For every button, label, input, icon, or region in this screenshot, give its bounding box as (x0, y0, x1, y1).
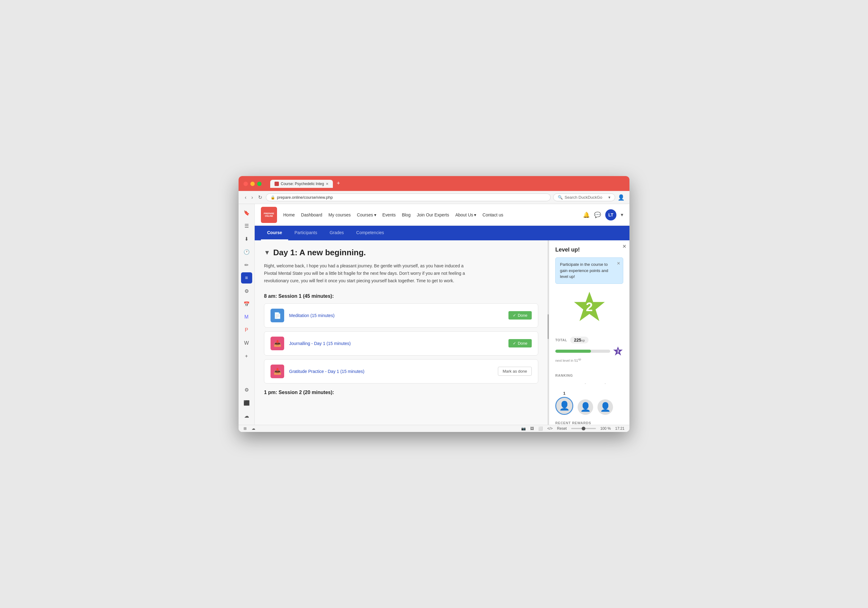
activity-link-journalling[interactable]: Journalling - Day 1 (15 minutes) (289, 341, 504, 346)
ranking-avatar-1: 👤 (555, 397, 573, 415)
nav-join-experts[interactable]: Join Our Experts (417, 212, 449, 218)
sidebar-list-icon[interactable]: ≡ (241, 272, 252, 283)
new-tab-button[interactable]: + (334, 180, 343, 187)
statusbar-cloud-icon[interactable]: ☁ (251, 426, 255, 431)
course-tabs: Course Participants Grades Competencies (255, 226, 629, 240)
activity-link-meditation[interactable]: Meditation (15 minutes) (289, 313, 504, 318)
level-up-section: Level up! Participate in the course to g… (549, 240, 629, 337)
tab-competencies[interactable]: Competencies (350, 226, 390, 240)
done-button-journalling[interactable]: ✓ Done (508, 339, 532, 347)
sidebar-dock-icon[interactable]: ⬛ (241, 398, 252, 409)
statusbar-screenshot-icon[interactable]: 📷 (521, 426, 526, 431)
nav-home[interactable]: Home (283, 212, 295, 218)
url-text: prepare.online/course/view.php (277, 195, 333, 200)
statusbar-time: 17:21 (615, 426, 625, 431)
sidebar-tools-icon[interactable]: ⚙ (241, 285, 252, 297)
statusbar-image-icon[interactable]: 🖼 (530, 426, 534, 431)
search-dropdown-icon: ▾ (608, 195, 611, 200)
done-button-meditation[interactable]: ✓ Done (508, 311, 532, 320)
ranking-dash-1: - (585, 381, 586, 386)
ranking-player-1: 1 👤 (555, 391, 573, 415)
recent-rewards-label: RECENT REWARDS (555, 421, 623, 425)
tab-participants[interactable]: Participants (288, 226, 323, 240)
activity-icon-meditation: 📄 (271, 309, 284, 322)
nav-courses[interactable]: Courses ▾ (357, 212, 376, 218)
sidebar-add-icon[interactable]: + (241, 351, 252, 362)
nav-dashboard[interactable]: Dashboard (301, 212, 322, 218)
xp-section: TOTAL 225xp (549, 337, 629, 373)
site-header: PREPARE ONLINE Home Dashboard My courses… (255, 204, 629, 226)
zoom-slider[interactable] (571, 428, 596, 429)
sidebar-settings-icon[interactable]: ⚙ (241, 384, 252, 396)
ranking-avatar-2: 👤 (578, 399, 593, 415)
next-level-number: 3 (617, 349, 619, 353)
tooltip-close-icon[interactable]: ✕ (617, 260, 620, 267)
sidebar-reader-icon[interactable]: ☰ (241, 220, 252, 231)
collapse-icon[interactable]: ▼ (264, 249, 270, 256)
nav-about-us[interactable]: About Us ▾ (456, 212, 476, 218)
maximize-button[interactable] (257, 182, 262, 186)
sidebar-mastodon-icon[interactable]: M (241, 311, 252, 323)
sidebar-wikipedia-icon[interactable]: W (241, 337, 252, 349)
ranking-position-1: 1 (563, 391, 565, 396)
course-content: ▼ Day 1: A new beginning. Right, welcome… (255, 240, 547, 425)
sidebar-calendar-icon[interactable]: 📅 (241, 299, 252, 309)
tab-close-icon[interactable]: ✕ (326, 182, 329, 186)
session2-title: 1 pm: Session 2 (20 minutes): (264, 390, 538, 395)
activity-card-gratitude: 📥 Gratitude Practice - Day 1 (15 minutes… (264, 359, 538, 384)
xp-bar-fill (555, 350, 591, 353)
level-number: 2 (586, 300, 592, 314)
user-dropdown-icon[interactable]: ▾ (621, 212, 623, 218)
user-icon[interactable]: 👤 (618, 194, 625, 201)
xp-bar (555, 350, 610, 353)
statusbar-tabs-icon[interactable]: ⊞ (243, 426, 246, 431)
ranking-player-2: - 👤 (578, 381, 593, 415)
nav-my-courses[interactable]: My courses (329, 212, 351, 218)
sidebar-history-icon[interactable]: 🕐 (241, 246, 252, 257)
zoom-percent: 100 % (600, 426, 611, 431)
address-field[interactable]: 🔒 prepare.online/course/view.php (266, 193, 551, 201)
search-placeholder: Search DuckDuckGo (564, 195, 602, 200)
active-tab[interactable]: Course: Psychedelic Integ ✕ (270, 180, 333, 188)
user-avatar[interactable]: LT (605, 209, 617, 221)
nav-blog[interactable]: Blog (402, 212, 411, 218)
sidebar-edit-icon[interactable]: ✏ (241, 259, 252, 271)
content-area: PREPARE ONLINE Home Dashboard My courses… (255, 204, 629, 425)
day-title: ▼ Day 1: A new beginning. (264, 248, 538, 257)
zoom-reset-button[interactable]: Reset (557, 426, 567, 431)
mark-done-button-gratitude[interactable]: Mark as done (498, 367, 532, 376)
ranking-player-3: - 👤 (597, 381, 613, 415)
ranking-section: RANKING 1 👤 - 👤 (549, 373, 629, 421)
star-badge: 2 (555, 290, 623, 324)
ranking-avatar-3: 👤 (597, 399, 613, 415)
browser-body: 🔖 ☰ ⬇ 🕐 ✏ ≡ ⚙ 📅 M P W + ⚙ ⬛ ☁ PREPARE ON… (239, 204, 629, 425)
panel-close-icon[interactable]: ✕ (622, 243, 626, 249)
sidebar-download-icon[interactable]: ⬇ (241, 233, 252, 244)
refresh-button[interactable]: ↻ (257, 194, 264, 201)
forward-button[interactable]: › (250, 194, 254, 201)
minimize-button[interactable] (250, 182, 255, 186)
tab-grades[interactable]: Grades (323, 226, 350, 240)
sidebar-bookmarks-icon[interactable]: 🔖 (241, 207, 252, 218)
sidebar-cloud-icon[interactable]: ☁ (241, 411, 252, 422)
notification-icon[interactable]: 🔔 (583, 211, 590, 218)
address-bar: ‹ › ↻ 🔒 prepare.online/course/view.php 🔍… (239, 191, 629, 204)
statusbar-code-icon[interactable]: </> (547, 426, 552, 431)
statusbar-window-icon[interactable]: ⬜ (538, 426, 543, 431)
nav-events[interactable]: Events (383, 212, 396, 218)
tab-favicon (274, 182, 279, 186)
tab-course[interactable]: Course (261, 226, 288, 240)
browser-tabs: Course: Psychedelic Integ ✕ + (270, 180, 343, 188)
message-icon[interactable]: 💬 (594, 211, 601, 218)
sidebar-pocket-icon[interactable]: P (241, 325, 252, 336)
search-field[interactable]: 🔍 Search DuckDuckGo ▾ (553, 193, 615, 201)
statusbar-right: 📷 🖼 ⬜ </> Reset 100 % 17:21 (521, 426, 625, 431)
nav-contact-us[interactable]: Contact us (482, 212, 503, 218)
day-description: Right, welcome back, I hope you had a pl… (264, 263, 475, 285)
activity-icon-gratitude: 📥 (271, 365, 284, 378)
about-dropdown-icon: ▾ (474, 212, 476, 218)
xp-value: 225xp (570, 337, 589, 344)
back-button[interactable]: ‹ (243, 194, 248, 201)
activity-link-gratitude[interactable]: Gratitude Practice - Day 1 (15 minutes) (289, 369, 493, 374)
close-button[interactable] (243, 182, 248, 186)
